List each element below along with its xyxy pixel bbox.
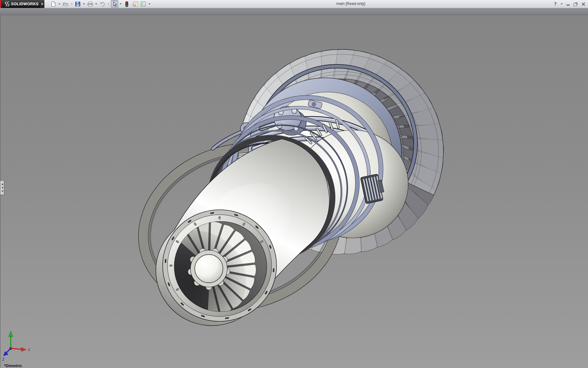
- undo-icon: [100, 2, 105, 7]
- open-icon: [63, 2, 69, 6]
- solidworks-logo-icon: [3, 1, 10, 7]
- save-menu[interactable]: [83, 3, 85, 5]
- save-button[interactable]: [74, 0, 81, 8]
- turbine-engine-model[interactable]: [0, 15, 588, 368]
- print-button[interactable]: [86, 0, 94, 8]
- undo-button[interactable]: [99, 0, 106, 8]
- logo-text: SOLIDWORKS: [11, 2, 39, 6]
- print-menu[interactable]: [95, 3, 97, 5]
- select-tool-button[interactable]: [111, 0, 118, 8]
- collapse-arrow-icon: [2, 190, 3, 192]
- help-menu[interactable]: [561, 3, 563, 5]
- help-icon: ?: [554, 2, 556, 6]
- open-button[interactable]: [62, 0, 69, 8]
- flyout-arrow-icon: [42, 3, 43, 5]
- document-title: main [Read-only]: [336, 2, 365, 6]
- collapse-arrow-icon: [2, 187, 3, 189]
- select-tool-menu[interactable]: [120, 3, 122, 5]
- rebuild-button[interactable]: [123, 0, 130, 8]
- options-menu[interactable]: [149, 3, 150, 5]
- new-document-button[interactable]: [50, 0, 57, 8]
- reference-triad: Y X Z: [2, 330, 35, 364]
- solidworks-logo: SOLIDWORKS: [0, 0, 40, 8]
- collapse-arrow-icon: [2, 183, 3, 185]
- view-orientation-label: *Dimetric: [4, 363, 22, 368]
- new-document-menu[interactable]: [58, 3, 60, 5]
- feature-panel-collapse-tab[interactable]: [0, 180, 4, 195]
- save-icon: [75, 1, 81, 7]
- standard-toolbar: [50, 0, 151, 8]
- triad-z-label: Z: [2, 357, 5, 362]
- undo-menu[interactable]: [107, 3, 109, 5]
- minimize-button[interactable]: [565, 2, 571, 6]
- window-controls: ?: [552, 0, 586, 8]
- close-button[interactable]: [581, 2, 586, 6]
- rebuild-traffic-light-icon: [125, 1, 129, 7]
- new-document-icon: [51, 1, 56, 7]
- options-icon: [141, 1, 146, 7]
- graphics-area[interactable]: Y X Z *Dimetric: [0, 15, 588, 368]
- restore-icon: [574, 3, 577, 6]
- file-properties-button[interactable]: [131, 0, 139, 8]
- triad-x-label: X: [28, 348, 31, 352]
- close-icon: [582, 2, 585, 6]
- print-icon: [87, 2, 93, 7]
- menu-strip: [0, 8, 588, 15]
- open-menu[interactable]: [71, 3, 73, 5]
- options-button[interactable]: [140, 0, 147, 8]
- menu-flyout-button[interactable]: [40, 0, 44, 8]
- triad-y-label: Y: [9, 331, 12, 335]
- file-properties-icon: [132, 1, 138, 7]
- title-bar: SOLIDWORKS: [0, 0, 588, 8]
- minimize-icon: [567, 5, 570, 6]
- help-button[interactable]: ?: [552, 2, 558, 6]
- logo-red-strip: [0, 0, 1, 8]
- restore-button[interactable]: [573, 2, 579, 6]
- select-arrow-icon: [112, 2, 117, 7]
